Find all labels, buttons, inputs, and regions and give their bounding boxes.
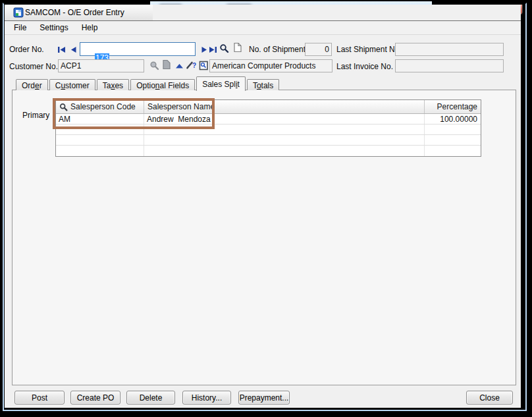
tab-totals[interactable]: Totals (247, 79, 279, 90)
go-first-icon[interactable] (57, 44, 67, 55)
last-invoice-field (395, 59, 504, 72)
table-row-empty[interactable] (56, 146, 481, 156)
screenshot-root: SAMCOM - O/E Order Entry File Settings H… (0, 0, 532, 417)
customer-finder-icon[interactable] (149, 60, 159, 70)
tab-sales-split[interactable]: Sales Split (196, 76, 246, 91)
prepayment-button[interactable]: Prepayment... (238, 391, 290, 404)
column-header-salesperson-code: Salesperson Code (56, 100, 144, 113)
menubar: File Settings Help (5, 20, 521, 35)
window-client-area: SAMCOM - O/E Order Entry File Settings H… (5, 5, 521, 408)
order-finder-icon[interactable] (219, 43, 229, 53)
column-header-salesperson-name: Salesperson Name (144, 100, 425, 113)
sales-split-grid: Salesperson Code Salesperson Name Percen… (55, 99, 481, 157)
table-row-empty[interactable] (56, 135, 481, 146)
tab-taxes[interactable]: Taxes (97, 79, 129, 90)
column-header-percentage: Percentage (425, 100, 481, 113)
menu-settings[interactable]: Settings (33, 22, 74, 34)
menu-file[interactable]: File (7, 22, 33, 34)
go-previous-icon[interactable] (68, 44, 79, 55)
create-po-button[interactable]: Create PO (70, 391, 120, 404)
cell-salesperson-name[interactable]: Andrew Mendoza (144, 114, 425, 124)
last-shipment-field (395, 43, 504, 56)
menu-help[interactable]: Help (75, 22, 105, 34)
inquiry-pencil-icon[interactable]: ? (186, 59, 196, 70)
customer-name-field: American Computer Products (209, 59, 332, 72)
new-document-icon[interactable] (232, 42, 243, 53)
cell-salesperson-code[interactable]: AM (56, 114, 144, 124)
customer-detail-icon[interactable] (161, 59, 172, 70)
customer-no-field[interactable]: ACP1 (58, 59, 144, 72)
tab-strip: Order Customer Taxes Optional Fields Sal… (16, 76, 279, 90)
shipments-label: No. of Shipments (249, 45, 309, 54)
table-row-empty[interactable] (56, 125, 481, 135)
cell-percentage[interactable]: 100.00000 (425, 114, 481, 124)
tab-customer[interactable]: Customer (49, 79, 95, 90)
tab-order[interactable]: Order (16, 79, 48, 90)
customer-no-label: Customer No. (9, 62, 58, 71)
order-no-label: Order No. (9, 45, 44, 54)
drilldown-icon[interactable] (198, 60, 209, 70)
primary-label: Primary (22, 111, 49, 120)
close-button[interactable]: Close (466, 391, 513, 404)
tab-optional-fields[interactable]: Optional Fields (130, 79, 195, 90)
titlebar: SAMCOM - O/E Order Entry (5, 5, 153, 20)
window-title: SAMCOM - O/E Order Entry (25, 8, 124, 17)
shipments-field: 0 (305, 43, 332, 56)
last-shipment-label: Last Shipment No. (336, 45, 402, 54)
svg-text:?: ? (192, 62, 196, 69)
last-invoice-label: Last Invoice No. (336, 62, 393, 71)
delete-button[interactable]: Delete (126, 391, 175, 404)
grid-finder-icon[interactable] (56, 101, 70, 112)
order-no-input[interactable]: 173 (80, 42, 196, 56)
post-button[interactable]: Post (14, 391, 65, 404)
history-button[interactable]: History... (182, 391, 231, 404)
sales-split-tab-page: Primary Salesperson Code Salesperson Nam… (12, 90, 516, 385)
zoom-up-icon[interactable] (174, 61, 184, 71)
app-icon (13, 7, 24, 18)
go-last-icon[interactable] (207, 44, 218, 55)
grid-header-row: Salesperson Code Salesperson Name Percen… (56, 100, 481, 114)
table-row: AM Andrew Mendoza 100.00000 (56, 114, 481, 125)
